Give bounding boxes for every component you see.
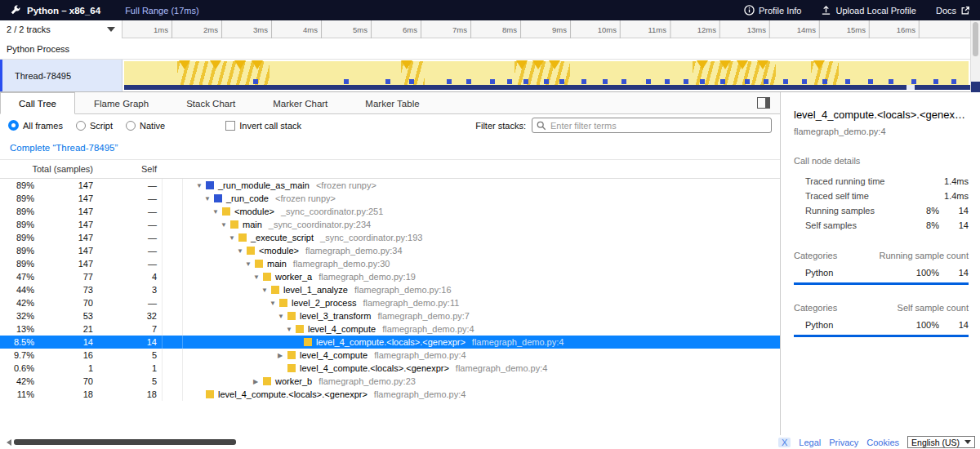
tree-row[interactable]: 42%70—▼level_2_processflamegraph_demo.py…: [0, 296, 780, 309]
profile-info-button[interactable]: Profile Info: [744, 5, 802, 16]
footer-link-privacy[interactable]: Privacy: [829, 438, 858, 447]
twisty-icon[interactable]: ▶: [278, 352, 287, 359]
radio-label[interactable]: Native: [140, 121, 165, 131]
sample-square: [889, 79, 893, 84]
scrollbar-thumb[interactable]: [973, 22, 978, 56]
twisty-icon[interactable]: ▼: [261, 287, 271, 294]
python-category-icon: [287, 351, 296, 359]
twisty-icon[interactable]: ▶: [253, 378, 263, 385]
tree-row[interactable]: 89%147—▼mainflamegraph_demo.py:30: [0, 257, 780, 270]
python-category-icon: [279, 299, 287, 307]
category-bar: [794, 282, 969, 285]
tree-row[interactable]: 32%5332▼level_3_transformflamegraph_demo…: [0, 309, 780, 322]
thread-activity-graph[interactable]: [122, 60, 970, 91]
tab-stack-chart[interactable]: Stack Chart: [167, 92, 254, 113]
tree-row[interactable]: 89%147—▼_run_module_as_main<frozen runpy…: [0, 179, 780, 192]
chevron-down-icon: [107, 27, 115, 36]
ruler-tick: 11ms: [648, 20, 670, 38]
sample-square: [621, 79, 626, 84]
frame-name: level_4_compute.<locals>.<genexpr>: [300, 363, 449, 373]
timeline-ruler[interactable]: 1ms2ms3ms4ms5ms6ms7ms8ms9ms10ms11ms12ms1…: [122, 20, 970, 38]
twisty-icon[interactable]: ▼: [270, 300, 279, 307]
horizontal-scrollbar-thumb[interactable]: [14, 439, 236, 445]
sample-square: [911, 79, 916, 84]
python-category-icon: [255, 260, 263, 268]
native-category-icon: [206, 181, 214, 189]
tab-flame-graph[interactable]: Flame Graph: [75, 92, 167, 113]
tree-row[interactable]: 13%217▼level_4_computeflamegraph_demo.py…: [0, 322, 780, 336]
tree-row[interactable]: 42%705▶worker_bflamegraph_demo.py:23: [0, 375, 780, 388]
twisty-icon[interactable]: ▼: [196, 182, 206, 189]
twisty-icon[interactable]: ▼: [286, 326, 296, 333]
footer-bar: XLegalPrivacyCookiesEnglish (US): [0, 435, 980, 449]
python-category-icon: [263, 273, 271, 281]
frame-file-ref: flamegraph_demo.py:34: [305, 246, 403, 256]
sample-square: [802, 79, 807, 84]
tab-call-tree[interactable]: Call Tree: [0, 92, 75, 114]
filter-stacks-input[interactable]: [532, 118, 772, 133]
tracks-dropdown[interactable]: 2 / 2 tracks: [0, 20, 122, 38]
tree-row[interactable]: 47%774▼worker_aflamegraph_demo.py:19: [0, 270, 780, 283]
twisty-icon[interactable]: ▼: [245, 260, 255, 268]
tree-row[interactable]: 9.7%165▶level_4_computeflamegraph_demo.p…: [0, 349, 780, 362]
footer-link-legal[interactable]: Legal: [799, 438, 821, 447]
complete-thread-breadcrumb[interactable]: Complete “Thread-78495”: [10, 143, 118, 153]
marker-icon: [549, 60, 560, 75]
tab-marker-chart[interactable]: Marker Chart: [254, 92, 346, 113]
column-total-samples[interactable]: Total (samples): [0, 164, 98, 174]
column-self[interactable]: Self: [98, 164, 162, 174]
tab-marker-table[interactable]: Marker Table: [346, 92, 438, 113]
app-logo-icon: [10, 4, 21, 17]
frame-file-ref: flamegraph_demo.py:4: [374, 350, 466, 360]
radio-script[interactable]: [76, 121, 86, 131]
process-track-row[interactable]: Python Process: [0, 38, 980, 60]
twisty-icon[interactable]: ▼: [212, 208, 222, 216]
frame-file-ref: <frozen runpy>: [316, 180, 376, 190]
app-title: Python – x86_64: [27, 6, 100, 16]
thread-track-label[interactable]: Thread-78495: [0, 60, 122, 91]
radio-label[interactable]: Script: [90, 121, 113, 131]
twisty-icon[interactable]: ▼: [204, 195, 214, 202]
ruler-tick: 13ms: [747, 20, 770, 38]
tree-row[interactable]: 44%733▼level_1_analyzeflamegraph_demo.py…: [0, 283, 780, 296]
twisty-icon[interactable]: ▼: [253, 273, 263, 281]
detail-row: Self samples8%14: [794, 218, 969, 233]
tree-row[interactable]: 89%147—▼<module>flamegraph_demo.py:34: [0, 244, 780, 257]
sample-square: [868, 79, 873, 84]
frame-name: level_1_analyze: [283, 285, 348, 295]
radio-all-frames[interactable]: [8, 120, 19, 131]
twisty-icon[interactable]: ▼: [278, 313, 287, 320]
frame-file-ref: _sync_coordinator.py:234: [269, 220, 371, 229]
upload-profile-button[interactable]: Upload Local Profile: [821, 5, 915, 16]
docs-link[interactable]: Docs: [936, 6, 970, 16]
range-breadcrumb[interactable]: Full Range (17ms): [125, 6, 198, 16]
filter-toolbar: All framesScriptNative Invert call stack…: [0, 114, 780, 136]
sample-square: [646, 79, 651, 84]
invert-call-stack-checkbox[interactable]: [225, 121, 235, 131]
sample-square: [344, 79, 349, 84]
timeline-vertical-scrollbar[interactable]: [970, 20, 980, 92]
twisty-icon[interactable]: ▼: [237, 247, 247, 255]
tree-row[interactable]: 89%147—▼main_sync_coordinator.py:234: [0, 218, 780, 231]
frame-name: <module>: [259, 246, 299, 256]
tree-row[interactable]: 89%147—▼_execute_script_sync_coordinator…: [0, 231, 780, 244]
invert-call-stack-label[interactable]: Invert call stack: [239, 121, 301, 131]
radio-label[interactable]: All frames: [23, 121, 63, 131]
tree-row[interactable]: 89%147—▼_run_code<frozen runpy>: [0, 192, 780, 205]
scroll-left-arrow-icon[interactable]: [3, 439, 11, 446]
sample-square: [665, 79, 670, 84]
tree-row[interactable]: 89%147—▼<module>_sync_coordinator.py:251: [0, 205, 780, 218]
twisty-icon[interactable]: ▼: [220, 221, 230, 229]
tree-row[interactable]: 8.5%1414level_4_compute.<locals>.<genexp…: [0, 336, 780, 349]
tree-row[interactable]: 11%1818level_4_compute.<locals>.<genexpr…: [0, 388, 780, 401]
sidebar-toggle-icon[interactable]: [757, 97, 770, 109]
twisty-icon[interactable]: ▼: [229, 234, 238, 242]
ruler-tick: 10ms: [598, 20, 621, 38]
range-selection-breadcrumb: Complete “Thread-78495”: [0, 136, 780, 159]
tree-row[interactable]: 0.6%11level_4_compute.<locals>.<genexpr>…: [0, 362, 780, 375]
footer-link-cookies[interactable]: Cookies: [866, 438, 899, 447]
ruler-tick: 14ms: [797, 20, 820, 38]
language-select[interactable]: English (US): [907, 436, 975, 448]
radio-native[interactable]: [126, 121, 136, 131]
footer-link-x[interactable]: X: [778, 438, 791, 447]
